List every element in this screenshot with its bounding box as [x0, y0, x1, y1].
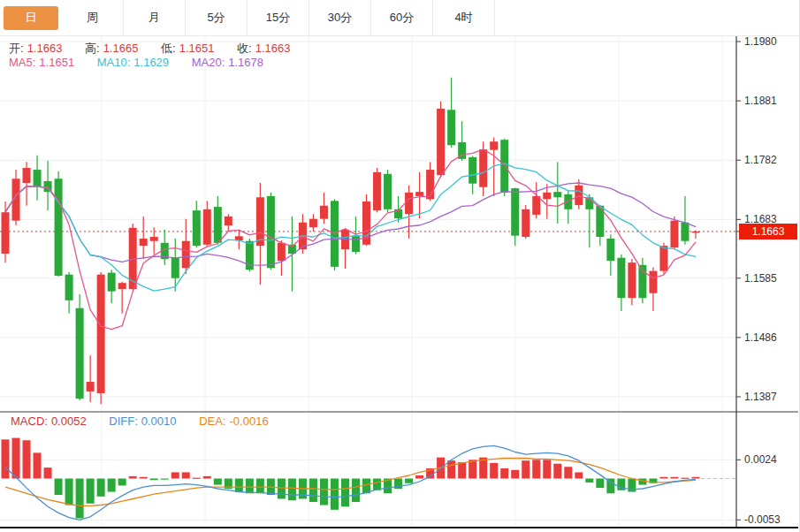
svg-text:1.1387: 1.1387: [744, 391, 777, 403]
open-label: 开:: [9, 42, 24, 55]
dea-value: -0.0016: [230, 414, 269, 428]
ma20-label: MA20:: [192, 56, 225, 69]
macd-readout: MACD:0.0052 DIFF:0.0010 DEA:-0.0016: [11, 414, 272, 428]
ma5-value: 1.1651: [39, 56, 74, 69]
low-value: 1.1651: [179, 42, 215, 55]
ma5-label: MA5:: [9, 56, 35, 69]
svg-text:1.1486: 1.1486: [744, 331, 777, 344]
ma10-value: 1.1629: [133, 56, 169, 69]
ma10-label: MA10:: [97, 56, 131, 69]
ma20-value: 1.1678: [228, 56, 263, 69]
dea-label: DEA:: [199, 414, 225, 428]
macd-label: MACD:: [11, 414, 48, 428]
svg-text:1.1980: 1.1980: [744, 35, 777, 48]
close-value: 1.1663: [255, 42, 291, 55]
svg-text:1.1585: 1.1585: [744, 272, 777, 285]
chart-canvas[interactable]: 1.19801.18811.17821.16831.15851.14861.13…: [0, 0, 800, 532]
kline-widget: 日 周 月 5分 15分 30分 60分 4时 1.19801.18811.17…: [0, 0, 800, 532]
macd-value: 0.0052: [51, 414, 87, 428]
svg-text:1.1782: 1.1782: [744, 154, 777, 166]
svg-text:-0.0053: -0.0053: [744, 513, 781, 526]
svg-text:0.0024: 0.0024: [744, 453, 777, 466]
ohlc-readout: 开:1.1663 高:1.1665 低:1.1651 收:1.1663: [9, 41, 293, 57]
ma-readout: MA5:1.1651 MA10:1.1629 MA20:1.1678: [9, 56, 267, 69]
open-value: 1.1663: [27, 42, 63, 55]
diff-value: 0.0010: [141, 414, 177, 428]
high-value: 1.1665: [103, 42, 139, 55]
diff-label: DIFF:: [109, 414, 138, 428]
current-price-badge: 1.1663: [739, 224, 797, 239]
high-label: 高:: [85, 42, 100, 55]
svg-text:1.1881: 1.1881: [744, 95, 777, 107]
close-label: 收:: [237, 42, 252, 55]
low-label: 低:: [161, 42, 176, 55]
